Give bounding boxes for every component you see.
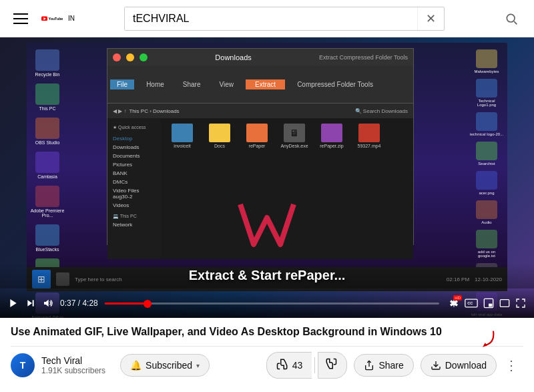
video-player[interactable]: Recycle Bin This PC OBS Studio Camtasia … — [0, 37, 534, 318]
dislike-button[interactable] — [318, 352, 347, 379]
arrow-indicator — [477, 329, 499, 351]
desktop-icon: Adobe Premiere Pro... — [30, 186, 65, 218]
fullscreen-button[interactable] — [515, 298, 526, 309]
right-controls: HD CC — [449, 298, 526, 309]
search-bar: ✕ — [124, 7, 445, 31]
clear-search-button[interactable]: ✕ — [417, 7, 444, 30]
country-code: IN — [68, 15, 75, 22]
youtube-logo[interactable]: YouTube IN — [41, 11, 75, 27]
download-label: Download — [445, 360, 487, 371]
channel-subs: 1.91K subscribers — [41, 366, 105, 375]
channel-name: Tech Viral — [41, 355, 105, 366]
progress-bar[interactable] — [105, 303, 439, 305]
channel-info: T Tech Viral 1.91K subscribers 🔔 Subscri… — [11, 353, 266, 377]
share-label: Share — [378, 360, 403, 371]
volume-button[interactable] — [43, 298, 53, 309]
chevron-down-icon: ▾ — [196, 362, 200, 369]
search-input[interactable] — [125, 7, 417, 30]
play-button[interactable] — [8, 298, 19, 309]
action-buttons: 43 Share — [266, 352, 523, 379]
like-count: 43 — [292, 360, 303, 371]
svg-line-4 — [514, 21, 517, 24]
download-icon — [431, 360, 441, 371]
svg-marker-6 — [27, 300, 32, 306]
video-title: Use Animated GIF, Live Wallpaper, and Vi… — [11, 325, 523, 339]
channel-avatar[interactable]: T — [11, 353, 35, 377]
time-display: 0:37 / 4:28 — [60, 299, 98, 308]
svg-text:YouTube: YouTube — [49, 16, 63, 20]
theater-mode-button[interactable] — [499, 298, 510, 309]
skip-next-button[interactable] — [25, 298, 36, 309]
progress-dot — [144, 300, 152, 308]
hd-badge: HD — [453, 295, 462, 301]
subscribe-label: Subscribed — [146, 360, 192, 371]
header: YouTube IN ✕ — [0, 0, 534, 37]
search-button[interactable] — [499, 7, 523, 31]
subtitles-button[interactable]: CC — [465, 299, 478, 308]
svg-marker-5 — [10, 299, 16, 307]
svg-point-3 — [507, 14, 515, 22]
video-title-overlay: Extract & Start rePaper... — [0, 262, 534, 288]
header-left: YouTube IN — [11, 11, 75, 27]
desktop-icon: Camtasia — [30, 152, 65, 179]
svg-marker-8 — [44, 300, 49, 307]
bell-icon: 🔔 — [130, 360, 142, 371]
video-info: Use Animated GIF, Live Wallpaper, and Vi… — [0, 318, 534, 381]
desktop-icon: OBS Studio — [30, 118, 65, 145]
svg-rect-7 — [33, 300, 34, 306]
download-button[interactable]: Download — [421, 354, 497, 377]
like-icon — [276, 358, 288, 373]
svg-rect-14 — [500, 300, 509, 307]
youtube-icon: YouTube — [41, 11, 64, 27]
channel-details: Tech Viral 1.91K subscribers — [41, 355, 105, 375]
w-logo-overlay — [234, 198, 300, 251]
desktop-icon: This PC — [30, 83, 65, 111]
hamburger-menu[interactable] — [11, 11, 31, 27]
video-actions: T Tech Viral 1.91K subscribers 🔔 Subscri… — [11, 346, 523, 381]
miniplayer-button[interactable] — [483, 298, 494, 309]
desktop-background: Recycle Bin This PC OBS Studio Camtasia … — [27, 43, 507, 291]
svg-text:CC: CC — [467, 302, 473, 306]
more-options-button[interactable]: ⋮ — [499, 353, 523, 377]
share-button[interactable]: Share — [354, 354, 413, 377]
svg-rect-13 — [489, 304, 492, 307]
desktop-icon: Recycle Bin — [30, 49, 65, 77]
dislike-icon — [325, 358, 337, 373]
subscribe-button[interactable]: 🔔 Subscribed ▾ — [120, 354, 210, 377]
settings-button[interactable]: HD — [449, 298, 459, 309]
like-button[interactable]: 43 — [266, 352, 312, 379]
controls-bar: 0:37 / 4:28 HD CC — [0, 288, 534, 318]
desktop-icon: BlueStacks — [30, 224, 65, 252]
svg-marker-16 — [483, 343, 487, 347]
share-icon — [364, 360, 374, 371]
